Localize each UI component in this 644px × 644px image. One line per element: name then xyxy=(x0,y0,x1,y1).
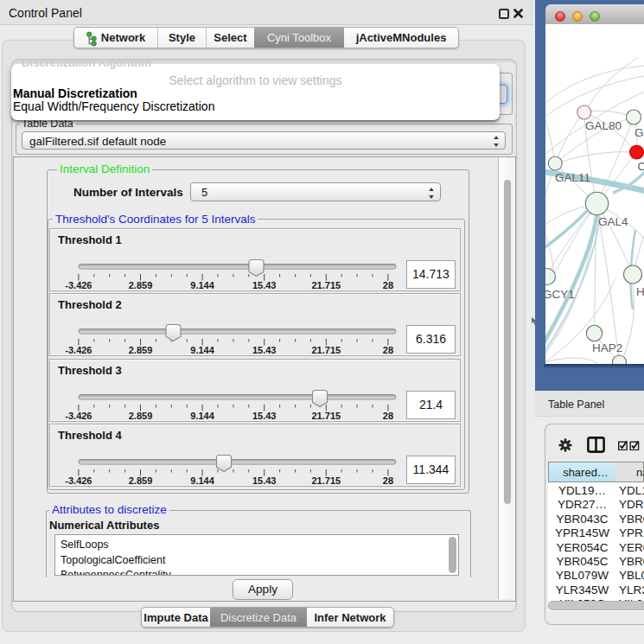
svg-text:GAL80: GAL80 xyxy=(585,119,622,132)
svg-text:C: C xyxy=(638,160,644,173)
svg-text:H: H xyxy=(636,285,644,298)
svg-text:GCY1: GCY1 xyxy=(545,288,575,301)
svg-text:GA: GA xyxy=(634,126,644,139)
svg-text:GAL11: GAL11 xyxy=(555,171,590,184)
svg-text:GAL4: GAL4 xyxy=(598,215,628,228)
svg-text:HAP2: HAP2 xyxy=(592,341,622,354)
